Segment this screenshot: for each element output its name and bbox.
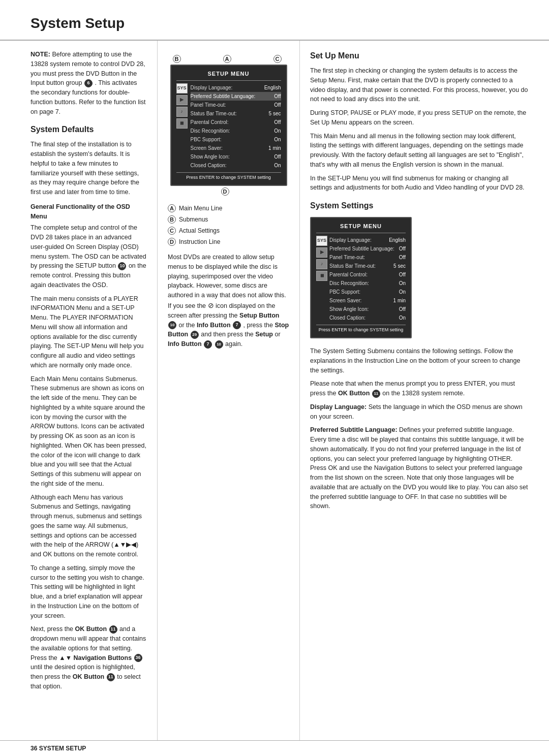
setup-menu-para2: During STOP, PAUSE or PLAY mode, if you … — [310, 108, 529, 128]
mid-p1d: , press the — [243, 322, 275, 329]
icon2-2: ▶ — [320, 249, 324, 256]
label-b-group: B — [173, 55, 184, 63]
ok-para-a: Next, press the — [30, 625, 73, 633]
osd-screen-title-2: SETUP MENU — [316, 222, 406, 233]
osd-icon-4: ◼ — [176, 118, 188, 129]
label-c-group: C — [273, 55, 285, 63]
setup-menu-title: Set Up Menu — [310, 50, 529, 62]
icon2-sys: SYS — [317, 237, 326, 244]
setup-button-icon-1: 10 — [118, 262, 126, 270]
nav-button-icon: 36 — [134, 654, 142, 662]
osd2-row-3: Panel Time-out:Off — [329, 253, 406, 262]
osd-icon2-3: ♪ — [316, 259, 327, 269]
middle-para1: Most DVDs are created to allow setup men… — [168, 253, 289, 349]
ok-button-icon: 11 — [109, 625, 117, 634]
ok-btn-icon-right: 11 — [372, 390, 380, 398]
info-btn-label: Info Button — [197, 322, 231, 329]
submenus-para: Each Main Menu contains Submenus. These … — [30, 374, 147, 489]
osd-row-7: PBC Support:On — [191, 135, 281, 144]
osd-screen: SETUP MENU SYS ▶ ♪ ◼ Display Language:En… — [170, 65, 287, 186]
no-symbol: ⊘ — [208, 301, 214, 309]
icon2-3: ♪ — [321, 261, 323, 268]
osd2-row-8: Screen Saver:1 min — [329, 296, 406, 305]
setup-menu-para4: In the SET-UP Menu you will find submenu… — [310, 174, 529, 193]
system-defaults-para1: The final step of the installation is to… — [30, 140, 147, 197]
osd2-row-7: PBC Support:On — [329, 288, 406, 296]
left-column: NOTE: Before attempting to use the 13828… — [0, 41, 158, 740]
btn-icon-10: 10 — [215, 340, 223, 349]
mid-or: or — [274, 331, 280, 338]
legend-item-d: D Instruction Line — [168, 237, 289, 246]
osd-icon-3: ♪ — [176, 107, 188, 117]
pref-subtitle-text: Defines your preferred subtitle language… — [310, 426, 528, 510]
osd-body: SYS ▶ ♪ ◼ Display Language:English Prefe… — [176, 83, 281, 170]
osd2-row-9: Show Angle Icon:Off — [329, 305, 406, 313]
osd-diagram: B A C SETUP MENU SYS — [168, 55, 289, 196]
setup-label2: Setup — [255, 331, 273, 338]
pref-subtitle-title: Preferred Subtitle Language: — [310, 426, 398, 433]
page: System Setup NOTE: Before attempting to … — [0, 0, 549, 756]
legend-item-c: C Actual Settings — [168, 226, 289, 235]
osd-row-5: Parental Control:Off — [191, 118, 281, 127]
nav-buttons-label: Navigation Buttons — [74, 654, 132, 662]
osd-row-9: Show Angle Icon:Off — [191, 152, 281, 161]
osd-instruction-2: Press ENTER to change SYSTEM setting — [316, 325, 406, 334]
osd-row-1: Display Language:English — [191, 83, 281, 92]
icon-3: ♪ — [180, 108, 183, 115]
pref-subtitle-para: Preferred Subtitle Language: Defines you… — [310, 425, 529, 511]
page-header: System Setup — [0, 0, 549, 41]
sys-settings-para2: Please note that when the menus prompt y… — [310, 379, 529, 398]
setup-btn-label: Setup Button — [239, 312, 279, 319]
info-btn-icon: 7 — [233, 321, 241, 329]
osd-icon2-2: ▶ — [316, 247, 327, 258]
btn-icon-7: 7 — [204, 340, 212, 349]
right-column: Set Up Menu The first step in checking o… — [300, 41, 549, 740]
setup-menu-para3: This Main Menu and all menus in the foll… — [310, 132, 529, 170]
ok-button-label2: OK Button — [73, 673, 104, 680]
osd2-row-1: Display Language:English — [329, 236, 406, 244]
page-title: System Setup — [30, 15, 518, 32]
mid-p1a: Most DVDs are created to allow setup men… — [168, 254, 286, 309]
osd2-row-10: Closed Caption:On — [329, 313, 406, 322]
setup-btn-icon-mid: 10 — [168, 321, 176, 329]
osd-rows-2: Display Language:English Preferred Subti… — [329, 236, 406, 322]
osd-screen-title: SETUP MENU — [176, 70, 281, 81]
legend-circle-c: C — [168, 227, 176, 235]
osd2-row-5: Parental Control:Off — [329, 270, 406, 279]
osd-body-2: SYS ▶ ♪ ◼ Display Language:English Prefe… — [316, 236, 406, 322]
page-footer: 36 SYSTEM SETUP — [0, 740, 549, 756]
middle-column: B A C SETUP MENU SYS — [158, 41, 300, 740]
osd-row-10: Closed Caption:On — [191, 161, 281, 170]
osd-instruction: Press ENTER to change SYSTEM setting — [176, 172, 281, 181]
change-setting-para: To change a setting, simply move the cur… — [30, 563, 147, 621]
osd2-row-4: Status Bar Time-out:5 sec — [329, 262, 406, 270]
osd-icon-system: SYS — [176, 83, 188, 93]
icon-sys: SYS — [177, 85, 186, 92]
icon-2: ▶ — [180, 97, 184, 104]
label-b-circle: B — [173, 55, 181, 63]
setup-menu-para1: The first step in checking or changing t… — [310, 66, 529, 104]
stop-btn-icon: 29 — [191, 331, 199, 339]
label-c-circle: C — [273, 55, 282, 63]
legend-circle-d: D — [168, 238, 176, 246]
osd-top-labels: B A C — [173, 55, 285, 63]
osd-icons: SYS ▶ ♪ ◼ — [176, 83, 188, 170]
note-paragraph: NOTE: Before attempting to use the 13828… — [30, 50, 147, 116]
osd-para1: The complete setup and control of the DV… — [30, 223, 147, 290]
ok-button-icon2: 11 — [107, 673, 115, 681]
osd-row-6: Disc Recognition:On — [191, 127, 281, 135]
display-lang-title: Display Language: — [310, 403, 367, 411]
osd-legend: A Main Menu Line B Submenus C Actual Set… — [168, 204, 289, 246]
main-menu-para: The main menu consists of a PLAYER INFOR… — [30, 294, 147, 370]
osd-row-4: Status Bar Time-out:5 sec — [191, 109, 281, 118]
legend-item-b: B Submenus — [168, 215, 289, 224]
osd-rows: Display Language:English Preferred Subti… — [191, 83, 281, 170]
osd-icons-2: SYS ▶ ♪ ◼ — [316, 236, 327, 322]
system-defaults-title: System Defaults — [30, 123, 147, 136]
mid-p1e: and then press the — [201, 331, 255, 338]
ok-para-b: OK Button — [75, 625, 107, 633]
sys-p2c: on the 13828 system remote. — [382, 390, 465, 397]
ok-button-para: Next, press the OK Button 11 and a dropd… — [30, 624, 147, 691]
label-d-group: D — [173, 187, 285, 196]
system-settings-title: System Settings — [310, 200, 529, 212]
